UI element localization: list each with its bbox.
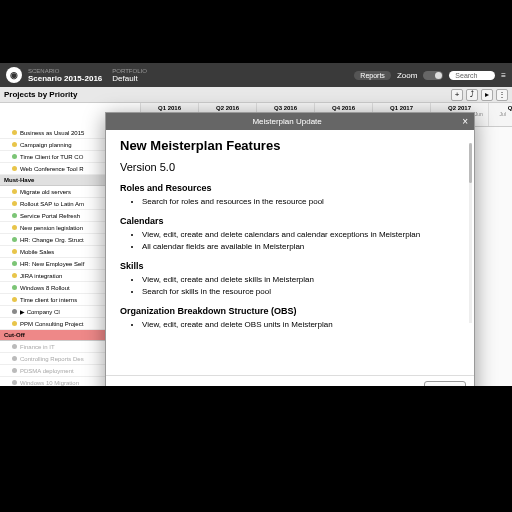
list-item: View, edit, create and delete OBS units …	[142, 320, 460, 329]
zoom-toggle[interactable]	[423, 71, 443, 80]
list-item: Search for skills in the resource pool	[142, 287, 460, 296]
portfolio-name[interactable]: Default	[112, 74, 147, 83]
list-item: View, edit, create and delete skills in …	[142, 275, 460, 284]
modal-footer: Visit help for more information Close	[106, 375, 474, 386]
more-button[interactable]: ⋮	[496, 89, 508, 101]
list-item: All calendar fields are available in Mei…	[142, 242, 460, 251]
help-link[interactable]: Visit help for more information	[114, 384, 220, 386]
scenario-name[interactable]: Scenario 2015-2016	[28, 74, 102, 83]
modal-title-text: Meisterplan Update	[252, 117, 321, 126]
section-list: View, edit, create and delete skills in …	[142, 275, 460, 296]
modal-body: New Meisterplan Features Version 5.0 Rol…	[106, 130, 474, 375]
app-logo: ◉	[6, 67, 22, 83]
portfolio-label: PORTFOLIO	[112, 68, 147, 74]
arrow-button[interactable]: ▸	[481, 89, 493, 101]
add-button[interactable]: +	[451, 89, 463, 101]
close-button[interactable]: Close	[424, 381, 466, 386]
modal-titlebar: Meisterplan Update ×	[106, 113, 474, 130]
section-list: View, edit, create and delete calendars …	[142, 230, 460, 251]
modal-heading: New Meisterplan Features	[120, 138, 460, 153]
projects-header: Projects by Priority	[4, 90, 77, 99]
top-bar: ◉ SCENARIO Scenario 2015-2016 PORTFOLIO …	[0, 63, 512, 87]
scrollbar[interactable]	[469, 143, 472, 323]
section-title: Calendars	[120, 216, 460, 226]
section-title: Skills	[120, 261, 460, 271]
reports-button[interactable]: Reports	[354, 71, 391, 80]
section-list: Search for roles and resources in the re…	[142, 197, 460, 206]
section-title: Organization Breakdown Structure (OBS)	[120, 306, 460, 316]
close-icon[interactable]: ×	[462, 116, 468, 127]
search-input[interactable]: Search	[449, 71, 495, 80]
list-item: Search for roles and resources in the re…	[142, 197, 460, 206]
zoom-label: Zoom	[397, 71, 417, 80]
list-item: View, edit, create and delete calendars …	[142, 230, 460, 239]
modal-version: Version 5.0	[120, 161, 460, 173]
menu-icon[interactable]: ≡	[501, 71, 506, 80]
share-button[interactable]: ⤴	[466, 89, 478, 101]
update-modal: Meisterplan Update × New Meisterplan Fea…	[105, 112, 475, 386]
section-list: View, edit, create and delete OBS units …	[142, 320, 460, 329]
toolbar: Projects by Priority + ⤴ ▸ ⋮	[0, 87, 512, 103]
section-title: Roles and Resources	[120, 183, 460, 193]
